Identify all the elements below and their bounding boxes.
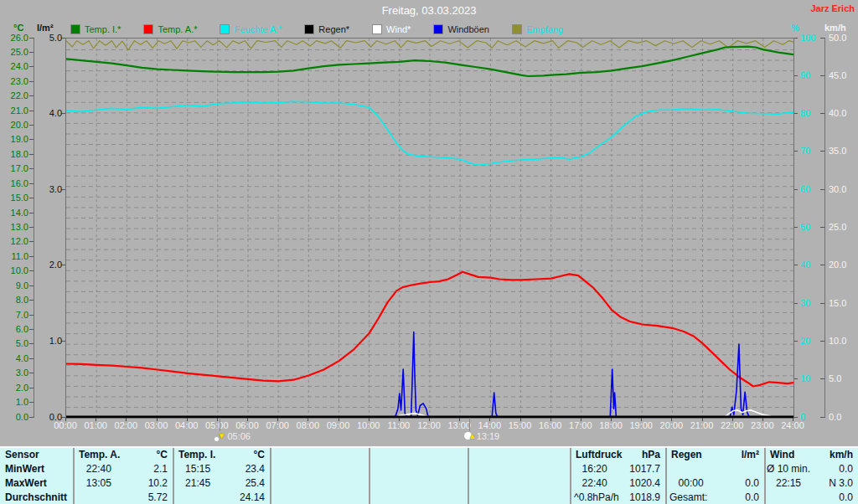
wind-axis-label: 10.0 [829, 336, 854, 347]
rain-axis-label: 4.0 [40, 108, 62, 119]
temp-axis-label: 5.0 [3, 338, 28, 349]
temp-axis-label: 4.0 [3, 353, 28, 364]
legend-item-regen[interactable]: Regen* [304, 24, 349, 34]
stats-header-cell: Temp. I.°C [173, 448, 270, 461]
temp-axis-tick [29, 227, 34, 228]
temp-axis-tick [29, 38, 34, 39]
wind-axis-unit: km/h [824, 23, 846, 33]
legend-label: Temp. A.* [158, 24, 197, 34]
legend-label: Regen* [318, 24, 349, 34]
stats-value: 0.0 [813, 491, 858, 503]
rain-axis-label: 5.0 [40, 33, 62, 44]
stats-time: 21:45 [174, 477, 221, 489]
stats-cell [369, 461, 468, 476]
plot-area[interactable] [65, 38, 794, 419]
temp-axis-label: 11.0 [3, 251, 28, 262]
temp-axis-label: 21.0 [3, 105, 28, 116]
stats-cell [468, 461, 570, 476]
legend-label: Feuchte A.* [234, 24, 282, 34]
legend-item-wind[interactable]: Wind* [372, 24, 411, 34]
legend-item-empfang[interactable]: Empfang [512, 24, 563, 34]
temp-axis-tick [29, 183, 34, 184]
temp-axis-tick [29, 213, 34, 213]
wind-axis-line [824, 38, 825, 418]
x-label: 00:00 [49, 420, 82, 430]
x-label: 02:00 [109, 420, 142, 430]
legend-label: Temp. I.* [85, 24, 121, 34]
stats-time: 22:15 [766, 477, 811, 489]
rain-axis-label: 3.0 [40, 184, 62, 195]
wind-axis-label: 0.0 [829, 412, 854, 423]
x-label: 03:00 [140, 420, 173, 430]
stats-time: ^0.8hPa/h [571, 491, 619, 503]
wind-axis-tick [820, 189, 824, 190]
wind-axis-tick [820, 227, 824, 228]
x-label: 04:00 [170, 420, 204, 430]
temp-axis-tick [29, 139, 34, 140]
x-label: 16:00 [534, 420, 567, 430]
stats-value: km/h [813, 449, 858, 460]
rain-axis-label: 1.0 [40, 336, 62, 347]
x-label: 17:00 [564, 420, 597, 430]
temp-axis-tick [29, 168, 34, 169]
x-label: 01:00 [79, 420, 112, 430]
x-label: 24:00 [776, 420, 809, 430]
x-label: 11:00 [382, 420, 416, 430]
stats-value: 1017.7 [618, 463, 665, 475]
wind-axis-label: 40.0 [829, 108, 854, 119]
chart-canvas[interactable] [66, 39, 793, 418]
temp-axis-tick [29, 154, 34, 155]
stats-value: °C [125, 449, 173, 460]
wind-axis-tick [820, 378, 824, 379]
wind-axis-label: 50.0 [829, 33, 854, 44]
empfang-swatch-icon [512, 24, 522, 34]
stats-value: 5.72 [124, 491, 173, 503]
temp-i-swatch-icon [70, 24, 80, 34]
temp-axis-tick [29, 315, 34, 316]
temp-axis-label: 14.0 [3, 208, 28, 219]
temp-axis-tick [29, 417, 34, 418]
humidity-axis-label: 60 [800, 184, 822, 195]
stats-cell [468, 476, 570, 490]
legend-item-feuchte-a[interactable]: Feuchte A.* [220, 24, 282, 34]
x-label: 12:00 [412, 420, 446, 430]
temp-axis-tick [29, 111, 34, 111]
stats-header-cell [468, 448, 570, 461]
legend-item-windboeen[interactable]: Windböen [433, 24, 489, 34]
stats-header-cell: Windkm/h [764, 448, 858, 461]
stats-cell [468, 490, 570, 504]
stats-time: 22:40 [75, 463, 123, 475]
regen-swatch-icon [304, 24, 314, 34]
row-label-text: MinWert [0, 463, 44, 475]
legend-item-temp-i[interactable]: Temp. I.* [70, 24, 121, 34]
stats-cell [270, 476, 369, 490]
temp-axis-tick [29, 66, 34, 67]
x-label: 06:00 [230, 420, 264, 430]
temp-axis-tick [29, 125, 34, 126]
feuchte-a-swatch-icon [220, 24, 230, 34]
moonrise-up-arrow-icon: ▲ [464, 430, 475, 441]
x-label: 10:00 [352, 420, 385, 430]
stats-cell [270, 490, 369, 504]
row-label-text: Sensor [0, 449, 39, 460]
stats-cell [270, 461, 369, 476]
humidity-axis-label: 10 [800, 373, 822, 384]
stats-cell [369, 476, 468, 490]
wind-axis-tick [820, 265, 824, 265]
stats-time: Wind [766, 449, 813, 460]
temp-axis-tick [29, 285, 34, 286]
legend-item-temp-a[interactable]: Temp. A.* [143, 24, 197, 34]
stats-time: 13:05 [75, 477, 123, 489]
x-label: 23:00 [746, 420, 779, 430]
temp-axis-tick [29, 95, 34, 96]
temp-axis-tick [29, 81, 34, 82]
temp-axis-tick [29, 388, 34, 388]
windboeen-swatch-icon [433, 24, 443, 34]
stats-header-cell: LuftdruckhPa [570, 448, 665, 461]
temp-axis-label: 9.0 [3, 280, 28, 291]
wind-axis-tick [820, 151, 824, 152]
stats-value: 24.14 [223, 491, 270, 503]
stats-cell: 24.14 [173, 490, 270, 504]
stats-header-cell: Temp. A.°C [73, 448, 173, 461]
humidity-axis-label: 50 [800, 222, 822, 233]
